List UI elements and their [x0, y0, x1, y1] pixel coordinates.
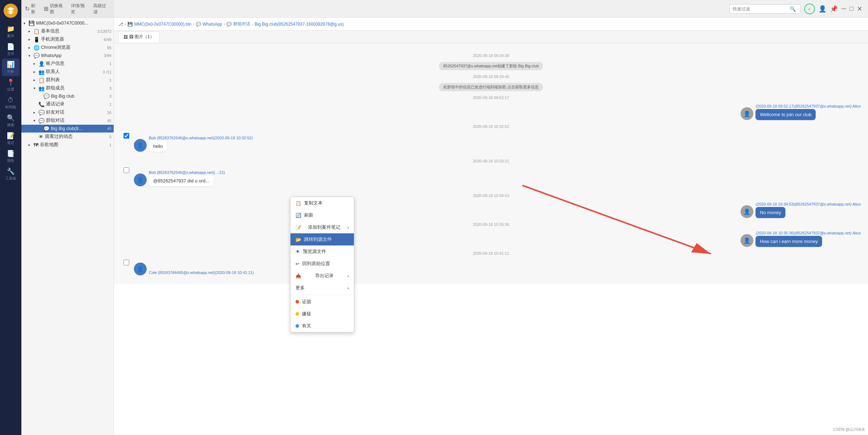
node-icon: 💬 [43, 126, 49, 131]
timeline-icon: ⏱ [7, 97, 14, 104]
dot-icon [296, 300, 299, 304]
context-menu-item-9[interactable]: 证据 [291, 296, 354, 308]
node-icon: 📋 [38, 77, 45, 83]
context-menu-item-6[interactable]: 📤导出记录› [291, 270, 354, 282]
breadcrumb-mmc[interactable]: 💾 MMC(0x0-0x0747C00000).bin [127, 22, 192, 27]
message-row-9: 👤 Bob (85263762546@s.whatsapp.net)(...:2… [132, 170, 861, 186]
refresh-button[interactable]: ↻ 刷新 [25, 3, 40, 15]
tree-node-contacts[interactable]: ▸👥联系人3 /11 [21, 68, 114, 76]
search-input[interactable] [733, 6, 790, 11]
msg-content: (2020-09-18 10:35:36)(85262547937@s.what… [755, 231, 861, 247]
toggle-view-button[interactable]: ⊞ 切换视图 [44, 3, 67, 15]
main-area: 🔍 ✓ 👤 📌 ─ □ ✕ ⎇ › 💾 MMC(0x0-0x0747C00000… [114, 0, 868, 435]
node-icon: 💬 [38, 110, 45, 115]
sidebar-item-document[interactable]: 📄文件 [2, 41, 20, 58]
node-label: 基本信息 [41, 28, 96, 34]
context-menu-separator-8 [291, 295, 354, 295]
refresh-icon: ↻ [25, 5, 30, 12]
tree-node-group-list[interactable]: ▸📋群列表1 [21, 76, 114, 84]
timestamp-12: 2020-09-18 10:35:36 [121, 222, 861, 227]
sidebar-item-files[interactable]: 📁案件 [2, 23, 20, 41]
msg-content: (2020-09-18 10:34:53)(85262547937@s.what… [755, 202, 861, 218]
sidebar-item-timeline[interactable]: ⏱时间线 [2, 94, 20, 112]
search-icon: 🔍 [7, 114, 15, 122]
sidebar-item-notes[interactable]: 📝笔记 [2, 130, 20, 147]
timestamp-4: 2020-09-18 09:52:17 [121, 95, 861, 100]
context-menu-item-1[interactable]: 🔄刷新 [291, 209, 354, 221]
detail-preview-button[interactable]: 详情/预览 [71, 3, 89, 15]
tree-node-call-records[interactable]: 📞通话记录1 [21, 100, 114, 108]
tree-node-whatsapp[interactable]: ▾💬WhatsApp3/94 [21, 52, 114, 59]
context-menu-item-0[interactable]: 📋复制文本 [291, 197, 354, 209]
ctx-icon-4: 👁 [296, 249, 300, 254]
chevron-icon: ▾ [33, 86, 38, 90]
context-menu-item-4[interactable]: 👁预览源文件 [291, 245, 354, 258]
sidebar-item-report[interactable]: 📑报告 [2, 147, 20, 165]
advanced-filter-button[interactable]: 高级过滤 [93, 3, 110, 15]
tree-node-watched-dynamics[interactable]: 👁观看过的动态6 [21, 133, 114, 141]
document-icon: 📄 [7, 43, 15, 51]
tree-node-google-maps[interactable]: ▸🗺谷歌地图1 [21, 141, 114, 149]
msg-sender: Cole (85263766465@s.whatsapp.net)(2020-0… [149, 270, 254, 275]
tree-panel: ↻ 刷新 ⊞ 切换视图 详情/预览 高级过滤 ▾💾MMC(0x0-0x0747C… [21, 0, 114, 435]
chevron-icon: ▸ [33, 70, 38, 74]
sidebar-item-analysis[interactable]: 📊分析 [2, 58, 20, 76]
chevron-icon: ▸ [33, 78, 38, 82]
sidebar-item-tools[interactable]: 🔧工具箱 [2, 165, 20, 183]
context-menu-item-2[interactable]: 📝添加到案件笔记› [291, 221, 354, 233]
sidebar-item-location[interactable]: 📍位置 [2, 76, 20, 94]
chevron-icon: ▸ [28, 46, 33, 50]
node-count: 1 [109, 102, 111, 107]
tree-node-phone-browser[interactable]: ▸📱手机浏览器6/49 [21, 35, 114, 43]
status-circle: ✓ [804, 4, 815, 14]
message-wrapper-9: 👤 Bob (85263762546@s.whatsapp.net)(...:2… [121, 167, 861, 189]
chevron-icon: ▸ [28, 37, 33, 41]
ctx-label-11: 有关 [302, 323, 311, 329]
ctx-icon-3: 📂 [296, 237, 301, 242]
search-box[interactable]: 🔍 [730, 4, 801, 14]
tree-node-chrome[interactable]: ▸🌐Chrome浏览器55 [21, 43, 114, 52]
node-label: Big Big club(8... [51, 126, 106, 131]
app-logo [4, 4, 18, 18]
minimize-button[interactable]: ─ [841, 5, 846, 12]
message-checkbox-9[interactable] [124, 167, 129, 173]
tree-node-big-big-club-chat[interactable]: 💬Big Big club(8...45 [21, 125, 114, 133]
context-menu-item-3[interactable]: 📂跳转到源文件 [291, 233, 354, 245]
message-checkbox-15[interactable] [124, 260, 129, 265]
message-checkbox-7[interactable] [124, 133, 129, 139]
tree-node-friend-chat[interactable]: ▸💬好友对话26 [21, 108, 114, 116]
context-menu-item-5[interactable]: ↩回到原始位置 [291, 258, 354, 270]
top-bar: 🔍 ✓ 👤 📌 ─ □ ✕ [114, 0, 868, 18]
tree-node-mmc-root[interactable]: ▾💾MMC(0x0-0x0747C0000... [21, 19, 114, 27]
ctx-icon-1: 🔄 [296, 213, 301, 218]
tree-node-account-info[interactable]: ▸👤账户信息1 [21, 59, 114, 68]
tree-node-big-big-club[interactable]: 💬Big Big club3 [21, 92, 114, 100]
context-menu: 📋复制文本🔄刷新📝添加到案件笔记›📂跳转到源文件👁预览源文件↩回到原始位置📤导出… [290, 197, 354, 332]
breadcrumb-whatsapp[interactable]: 💬 WhatsApp [196, 22, 222, 27]
node-count: 55 [107, 46, 111, 50]
chat-area: 2020-09-18 09:34:3885262547937@s.whatsap… [114, 43, 868, 284]
ctx-label-0: 复制文本 [304, 200, 323, 206]
submenu-arrow-icon-7: › [347, 285, 349, 291]
node-count: 3 /11 [103, 70, 111, 74]
tab-images[interactable]: 🖼 🖼 图片（1） [118, 31, 160, 42]
tree-node-group-chat[interactable]: ▾💬群组对话45 [21, 116, 114, 125]
toggle-view-icon: ⊞ [44, 5, 48, 12]
tree-node-group-members[interactable]: ▾👥群组成员3 [21, 84, 114, 92]
context-menu-item-10[interactable]: 嫌疑 [291, 308, 354, 320]
chevron-icon: ▾ [23, 21, 28, 25]
breadcrumb-group-chat[interactable]: 💬 群组对话 [226, 21, 250, 27]
node-count: 1 [109, 78, 111, 82]
tree-node-basic-info[interactable]: ▸📋基本信息1/13072 [21, 27, 114, 35]
sidebar-item-search[interactable]: 🔍搜索 [2, 112, 20, 130]
tab-bar: 🖼 🖼 图片（1） [114, 31, 868, 43]
dot-icon [296, 312, 299, 316]
close-button[interactable]: ✕ [857, 5, 862, 13]
message-row-13: (2020-09-18 10:35:36)(85262547937@s.what… [121, 231, 861, 247]
node-count: 45 [107, 119, 111, 123]
maximize-button[interactable]: □ [849, 5, 853, 12]
avatar-7: 👤 [134, 139, 147, 152]
context-menu-item-11[interactable]: 有关 [291, 320, 354, 332]
context-menu-item-7[interactable]: 更多› [291, 282, 354, 294]
breadcrumb-bigbig-club[interactable]: Big.Big.club(85262547937-1600392878@g.us… [255, 22, 344, 27]
